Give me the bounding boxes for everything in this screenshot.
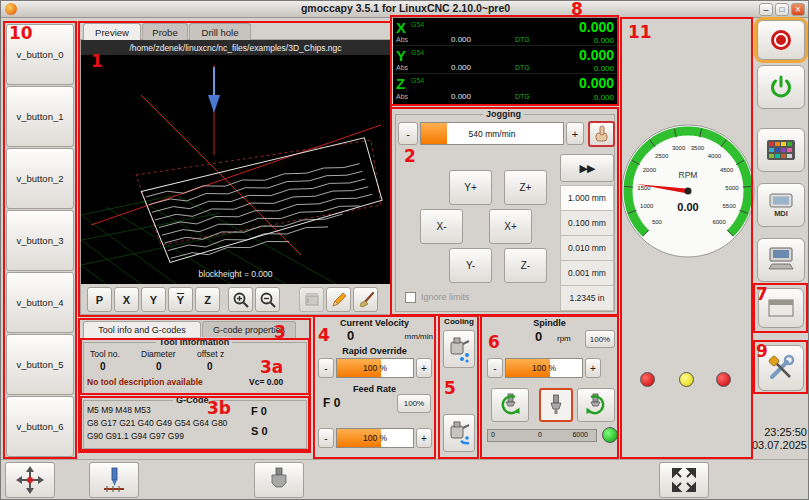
- minimize-button[interactable]: –: [759, 3, 773, 16]
- spindle-led: [602, 427, 618, 443]
- rapid-override-bar[interactable]: 100 %: [336, 358, 414, 378]
- machine-mode-button[interactable]: [757, 238, 805, 282]
- zoom-out-button[interactable]: [255, 287, 280, 312]
- rapid-minus-button[interactable]: -: [318, 358, 334, 378]
- dro-abs-label: Abs: [396, 64, 408, 71]
- jog-z-plus-button[interactable]: Z+: [504, 170, 547, 205]
- offset-z-value: 0: [207, 361, 213, 372]
- dro-abs-label: Abs: [396, 36, 408, 43]
- view-y2-button[interactable]: Y: [168, 287, 193, 312]
- jog-increment-2[interactable]: 0.010 mm: [560, 236, 614, 261]
- flood-coolant-button[interactable]: [443, 414, 475, 452]
- mist-coolant-button[interactable]: [443, 330, 475, 368]
- machine-on-button[interactable]: [757, 65, 805, 109]
- spindle-ccw-button[interactable]: [491, 388, 529, 422]
- jog-z-minus-button[interactable]: Z-: [504, 248, 547, 283]
- dimensions-button[interactable]: [299, 287, 324, 312]
- tool-description: No tool description available: [87, 377, 203, 387]
- spindle-override-value: 100 %: [506, 359, 582, 377]
- view-x-button[interactable]: X: [114, 287, 139, 312]
- gcode-file-path: /home/zdenek/linuxcnc/nc_files/examples/…: [81, 40, 390, 55]
- gcode-f-word: F 0: [251, 405, 267, 417]
- mdi-mode-button[interactable]: MDI: [757, 183, 805, 227]
- spindle-cw-icon: [581, 391, 611, 419]
- zoom-in-button[interactable]: [228, 287, 253, 312]
- clear-plot-button[interactable]: [353, 287, 378, 312]
- jog-rapid-button[interactable]: ▶▶: [560, 154, 614, 182]
- estop-button[interactable]: [757, 20, 805, 60]
- sidebar-button-6[interactable]: v_button_6: [6, 396, 74, 457]
- spindle-stop-button[interactable]: [539, 388, 573, 422]
- spindle-override-bar[interactable]: 100 %: [505, 358, 583, 378]
- sidebar-button-1[interactable]: v_button_1: [6, 86, 74, 147]
- power-icon: [768, 74, 794, 100]
- edit-gcode-button[interactable]: [326, 287, 351, 312]
- jog-y-plus-button[interactable]: Y+: [449, 170, 492, 205]
- sidebar-button-3[interactable]: v_button_3: [6, 210, 74, 271]
- expand-icon: [669, 465, 699, 495]
- view-perspective-button[interactable]: P: [87, 287, 112, 312]
- blockheight-label: blockheight = 0.000: [81, 269, 390, 279]
- mdi-label: MDI: [774, 209, 788, 218]
- tool-measure-button[interactable]: [89, 462, 139, 498]
- gauge-tick-label: 4000: [708, 153, 722, 159]
- dro-dtg-value: 0.000: [594, 93, 614, 102]
- gcode-frame-title: G-Code: [173, 395, 212, 405]
- jog-speed-minus-button[interactable]: -: [398, 122, 418, 145]
- jog-increment-0[interactable]: 1.000 mm: [560, 186, 614, 211]
- dro-row-y[interactable]: Y G54 0.000 Abs 0.000 DTG 0.000: [393, 47, 617, 74]
- settings-button[interactable]: [758, 345, 804, 391]
- dro-dtg-value: 0.000: [594, 36, 614, 45]
- dro-dtg-label: DTG: [515, 93, 530, 100]
- ignore-limits-checkbox[interactable]: [405, 292, 416, 303]
- maximize-button[interactable]: □: [775, 3, 789, 16]
- spindle-cw-button[interactable]: [577, 388, 615, 422]
- spindle-pct-button[interactable]: 100%: [585, 330, 615, 348]
- feed-override-bar[interactable]: 100 %: [336, 428, 414, 448]
- view-y-button[interactable]: Y: [141, 287, 166, 312]
- sidebar-button-2[interactable]: v_button_2: [6, 148, 74, 209]
- jog-speed-bar[interactable]: 540 mm/min: [420, 122, 564, 145]
- jog-speed-plus-button[interactable]: +: [566, 122, 584, 145]
- close-button[interactable]: ×: [791, 3, 805, 16]
- tab-probe[interactable]: Probe: [142, 23, 188, 40]
- spindle-scale[interactable]: 0 0 6000: [487, 429, 597, 442]
- jog-mode-button[interactable]: [588, 121, 615, 147]
- sidebar-button-5[interactable]: v_button_5: [6, 334, 74, 395]
- virtual-keyboard-button[interactable]: [757, 128, 805, 172]
- sidebar-button-4[interactable]: v_button_4: [6, 272, 74, 333]
- gmoccapy-window: gmoccapy 3.5.1 for LinuxCNC 2.10.0~pre0 …: [0, 0, 809, 500]
- view-z-button[interactable]: Z: [195, 287, 220, 312]
- dro-row-z[interactable]: Z G54 0.000 Abs 0.000 DTG 0.000: [393, 75, 617, 102]
- pencil-icon: [330, 291, 348, 309]
- spindle-minus-button[interactable]: -: [487, 358, 503, 378]
- tab-gcode-properties[interactable]: G-code properties: [202, 321, 296, 338]
- gauge-tick-label: 1000: [640, 203, 654, 209]
- tab-preview[interactable]: Preview: [83, 23, 141, 40]
- jog-y-minus-button[interactable]: Y-: [449, 248, 492, 283]
- jog-increment-1[interactable]: 0.100 mm: [560, 211, 614, 236]
- jog-screen-button[interactable]: [5, 462, 55, 498]
- gauge-value: 0.00: [677, 201, 698, 213]
- sidebar-button-0[interactable]: v_button_0: [6, 24, 74, 85]
- status-led-right: [716, 372, 731, 387]
- feed-minus-button[interactable]: -: [318, 428, 334, 448]
- jog-x-plus-button[interactable]: X+: [489, 209, 532, 244]
- rpm-gauge: 500 1000 1500 2000 2500 3000 3500 4000 4…: [624, 104, 752, 254]
- dro-row-x[interactable]: X G54 0.000 Abs 0.000 DTG 0.000: [393, 19, 617, 46]
- fullscreen-preview-button[interactable]: [659, 462, 709, 498]
- rapid-override-title: Rapid Override: [314, 346, 435, 356]
- jog-increment-3[interactable]: 0.001 mm: [560, 261, 614, 286]
- jog-increment-4[interactable]: 1.2345 in: [560, 286, 614, 311]
- spindle-plus-button[interactable]: +: [585, 358, 601, 378]
- tab-drill-hole[interactable]: Drill hole: [189, 23, 251, 40]
- jog-x-minus-button[interactable]: X-: [420, 209, 463, 244]
- dro-axis-system: G54: [411, 21, 424, 28]
- spindle-screen-button[interactable]: [254, 462, 304, 498]
- fullscreen-window-button[interactable]: [758, 288, 804, 328]
- feed-plus-button[interactable]: +: [416, 428, 432, 448]
- preview-3d-canvas[interactable]: blockheight = 0.000: [81, 55, 390, 284]
- rapid-plus-button[interactable]: +: [416, 358, 432, 378]
- feed-pct-button[interactable]: 100%: [397, 394, 431, 413]
- tab-tool-info[interactable]: Tool info and G-codes: [83, 321, 201, 338]
